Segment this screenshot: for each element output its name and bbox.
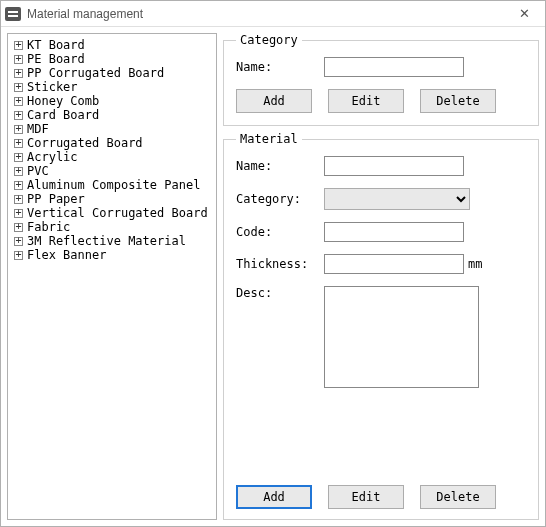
tree-item-label: Card Board	[27, 108, 99, 122]
expand-icon[interactable]: +	[14, 83, 23, 92]
tree-item[interactable]: +Card Board	[10, 108, 214, 122]
expand-icon[interactable]: +	[14, 251, 23, 260]
expand-icon[interactable]: +	[14, 223, 23, 232]
tree-item-label: Fabric	[27, 220, 70, 234]
expand-icon[interactable]: +	[14, 167, 23, 176]
expand-icon[interactable]: +	[14, 97, 23, 106]
expand-icon[interactable]: +	[14, 209, 23, 218]
expand-icon[interactable]: +	[14, 153, 23, 162]
material-name-label: Name:	[236, 159, 324, 173]
expand-icon[interactable]: +	[14, 139, 23, 148]
material-legend: Material	[236, 132, 302, 146]
titlebar: Material management ✕	[1, 1, 545, 27]
tree-item-label: MDF	[27, 122, 49, 136]
tree-item[interactable]: +PP Corrugated Board	[10, 66, 214, 80]
tree-item-label: PP Corrugated Board	[27, 66, 164, 80]
expand-icon[interactable]: +	[14, 195, 23, 204]
material-thickness-input[interactable]	[324, 254, 464, 274]
material-add-button[interactable]: Add	[236, 485, 312, 509]
tree-item[interactable]: +Fabric	[10, 220, 214, 234]
tree-item-label: 3M Reflective Material	[27, 234, 186, 248]
close-icon[interactable]: ✕	[509, 3, 539, 25]
tree-item-label: Aluminum Composite Panel	[27, 178, 200, 192]
category-edit-button[interactable]: Edit	[328, 89, 404, 113]
tree-item[interactable]: +PP Paper	[10, 192, 214, 206]
expand-icon[interactable]: +	[14, 125, 23, 134]
tree-item[interactable]: +Corrugated Board	[10, 136, 214, 150]
tree-item-label: Flex Banner	[27, 248, 106, 262]
category-tree[interactable]: +KT Board+PE Board+PP Corrugated Board+S…	[7, 33, 217, 520]
category-delete-button[interactable]: Delete	[420, 89, 496, 113]
window-title: Material management	[27, 7, 509, 21]
material-desc-label: Desc:	[236, 286, 324, 300]
category-group: Category Name: Add Edit Delete	[223, 33, 539, 126]
material-desc-input[interactable]	[324, 286, 479, 388]
app-icon	[5, 7, 21, 21]
material-category-select[interactable]	[324, 188, 470, 210]
category-add-button[interactable]: Add	[236, 89, 312, 113]
category-name-label: Name:	[236, 60, 324, 74]
material-thickness-label: Thickness:	[236, 257, 324, 271]
tree-item[interactable]: +Aluminum Composite Panel	[10, 178, 214, 192]
tree-item-label: PVC	[27, 164, 49, 178]
expand-icon[interactable]: +	[14, 181, 23, 190]
material-thickness-unit: mm	[468, 257, 482, 271]
tree-item[interactable]: +Vertical Corrugated Board	[10, 206, 214, 220]
material-delete-button[interactable]: Delete	[420, 485, 496, 509]
tree-item[interactable]: +Flex Banner	[10, 248, 214, 262]
right-panel: Category Name: Add Edit Delete Material …	[223, 33, 539, 520]
tree-item[interactable]: +MDF	[10, 122, 214, 136]
tree-item[interactable]: +3M Reflective Material	[10, 234, 214, 248]
category-legend: Category	[236, 33, 302, 47]
tree-item[interactable]: +PE Board	[10, 52, 214, 66]
material-name-input[interactable]	[324, 156, 464, 176]
material-category-label: Category:	[236, 192, 324, 206]
tree-item-label: Vertical Corrugated Board	[27, 206, 208, 220]
material-group: Material Name: Category: Code:	[223, 132, 539, 520]
tree-item[interactable]: +PVC	[10, 164, 214, 178]
tree-item-label: Honey Comb	[27, 94, 99, 108]
expand-icon[interactable]: +	[14, 55, 23, 64]
expand-icon[interactable]: +	[14, 41, 23, 50]
tree-item[interactable]: +Acrylic	[10, 150, 214, 164]
tree-item-label: PP Paper	[27, 192, 85, 206]
material-code-input[interactable]	[324, 222, 464, 242]
expand-icon[interactable]: +	[14, 111, 23, 120]
tree-item-label: Acrylic	[27, 150, 78, 164]
body: +KT Board+PE Board+PP Corrugated Board+S…	[1, 27, 545, 526]
category-name-input[interactable]	[324, 57, 464, 77]
material-edit-button[interactable]: Edit	[328, 485, 404, 509]
tree-item[interactable]: +Sticker	[10, 80, 214, 94]
tree-item-label: Sticker	[27, 80, 78, 94]
tree-item[interactable]: +Honey Comb	[10, 94, 214, 108]
tree-item-label: Corrugated Board	[27, 136, 143, 150]
tree-item-label: KT Board	[27, 38, 85, 52]
material-code-label: Code:	[236, 225, 324, 239]
expand-icon[interactable]: +	[14, 237, 23, 246]
tree-item[interactable]: +KT Board	[10, 38, 214, 52]
expand-icon[interactable]: +	[14, 69, 23, 78]
window: Material management ✕ +KT Board+PE Board…	[0, 0, 546, 527]
tree-item-label: PE Board	[27, 52, 85, 66]
